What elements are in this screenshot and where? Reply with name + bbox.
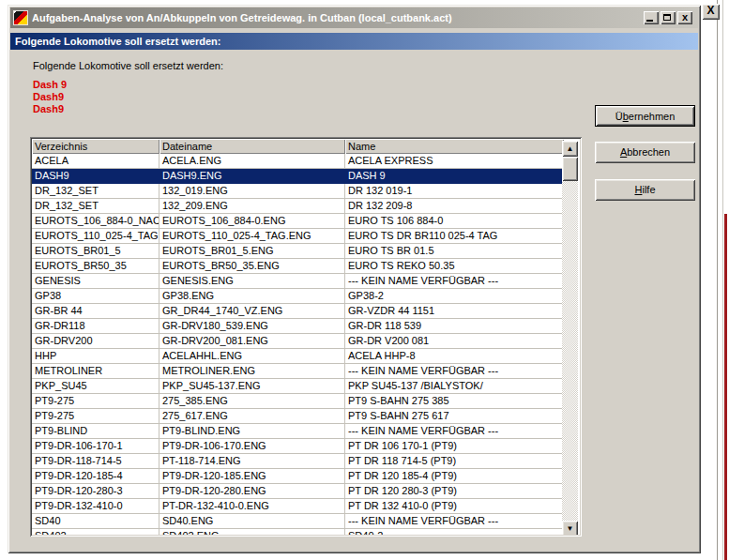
- table-row[interactable]: PT9-BLINDPT9-BLIND.ENG--- KEIN NAME VERF…: [32, 424, 564, 439]
- table-cell: EUROTS_BR50_35.ENG: [159, 259, 345, 274]
- hilfe-button[interactable]: Hilfe: [595, 179, 695, 201]
- parent-window-edge-line: [722, 0, 723, 560]
- vertical-scrollbar[interactable]: ▲ ▼: [562, 141, 578, 535]
- table-cell: GENESIS.ENG: [159, 274, 345, 289]
- table-cell: GR-DR V200 081: [345, 334, 564, 349]
- dialog-window: Aufgaben-Analyse von An/Abkuppeln von Ge…: [8, 5, 701, 553]
- table-cell: PT9 S-BAHN 275 385: [345, 394, 564, 409]
- table-cell: 275_617.ENG: [159, 409, 345, 424]
- table-cell: DR_132_SET: [32, 199, 159, 214]
- table-row[interactable]: SD402SD402.ENGSD40-2: [32, 529, 564, 535]
- instruction-banner-text: Folgende Lokomotive soll ersetzt werden:: [15, 36, 220, 47]
- table-cell: PT DR 106 170-1 (PT9): [345, 439, 564, 454]
- table-cell: 132_019.ENG: [159, 184, 345, 199]
- arrow-down-icon: ▼: [567, 524, 574, 533]
- parent-close-button[interactable]: X: [702, 4, 720, 20]
- table-cell: SD40.ENG: [159, 514, 345, 529]
- table-row[interactable]: DR_132_SET132_019.ENGDR 132 019-1: [32, 184, 564, 199]
- window-title: Aufgaben-Analyse von An/Abkuppeln von Ge…: [32, 12, 644, 23]
- table-cell: GP38.ENG: [159, 289, 345, 304]
- table-row[interactable]: PT9-DR-120-185-4PT9-DR-120-185.ENGPT DR …: [32, 469, 564, 484]
- column-header-verzeichnis[interactable]: Verzeichnis: [32, 139, 159, 154]
- table-cell: DASH 9: [345, 169, 564, 184]
- table-cell: GR-DRV180_539.ENG: [159, 319, 345, 334]
- table-row[interactable]: EUROTS_BR50_35EUROTS_BR50_35.ENGEURO TS …: [32, 259, 564, 274]
- table-cell: GENESIS: [32, 274, 159, 289]
- table-row[interactable]: GR-BR 44GR_DR44_1740_VZ.ENGGR-VZDR 44 11…: [32, 304, 564, 319]
- -bernehmen-button[interactable]: Übernehmen: [595, 105, 695, 127]
- table-row[interactable]: EUROTS_110_025-4_TAGEUROTS_110_025-4_TAG…: [32, 229, 564, 244]
- abbrechen-button[interactable]: Abbrechen: [595, 142, 695, 163]
- table-cell: PT DR 120 280-3 (PT9): [345, 484, 564, 499]
- table-cell: PT DR 118 714-5 (PT9): [345, 454, 564, 469]
- table-cell: PT9-BLIND.ENG: [159, 424, 345, 439]
- table-row[interactable]: GR-DR118GR-DRV180_539.ENGGR-DR 118 539: [32, 319, 564, 334]
- titlebar-buttons: x: [644, 11, 692, 24]
- close-button[interactable]: x: [677, 11, 692, 24]
- table-cell: PT DR 120 185-4 (PT9): [345, 469, 564, 484]
- table-cell: EURO TS REKO 50.35: [345, 259, 564, 274]
- table-cell: EUROTS_110_025-4_TAG.ENG: [159, 229, 345, 244]
- table-cell: GP38-2: [345, 289, 564, 304]
- table-cell: GR-DRV200_081.ENG: [159, 334, 345, 349]
- table-cell: 132_209.ENG: [159, 199, 345, 214]
- scrollbar-thumb[interactable]: [562, 157, 578, 181]
- parent-window-edge-shadow: [717, 0, 718, 560]
- table-cell: --- KEIN NAME VERFÜGBAR ---: [345, 514, 564, 529]
- table-row[interactable]: GENESISGENESIS.ENG--- KEIN NAME VERFÜGBA…: [32, 274, 564, 289]
- table-cell: PT9-DR-120-185-4: [32, 469, 159, 484]
- dialog-titlebar[interactable]: Aufgaben-Analyse von An/Abkuppeln von Ge…: [10, 8, 698, 28]
- table-cell: ACELA.ENG: [159, 154, 345, 169]
- scrollbar-down-button[interactable]: ▼: [562, 521, 578, 535]
- table-cell: --- KEIN NAME VERFÜGBAR ---: [345, 364, 564, 379]
- table-cell: EUROTS_106_884-0.ENG: [159, 214, 345, 229]
- scrollbar-up-button[interactable]: ▲: [562, 141, 578, 157]
- table-row[interactable]: EUROTS_BR01_5EUROTS_BR01_5.ENGEURO TS BR…: [32, 244, 564, 259]
- table-row[interactable]: HHPACELAHHL.ENGACELA HHP-8: [32, 349, 564, 364]
- table-row[interactable]: PT9-275275_385.ENGPT9 S-BAHN 275 385: [32, 394, 564, 409]
- table-row[interactable]: EUROTS_106_884-0_NACEUROTS_106_884-0.ENG…: [32, 214, 564, 229]
- table-cell: ACELA: [32, 154, 159, 169]
- table-row[interactable]: PT9-275275_617.ENGPT9 S-BAHN 275 617: [32, 409, 564, 424]
- table-header: Verzeichnis Dateiname Name: [32, 139, 564, 154]
- table-cell: PT9-DR-106-170-1: [32, 439, 159, 454]
- table-cell: EUROTS_BR50_35: [32, 259, 159, 274]
- table-cell: ACELAHHL.ENG: [159, 349, 345, 364]
- table-cell: --- KEIN NAME VERFÜGBAR ---: [345, 274, 564, 289]
- table-cell: SD402.ENG: [159, 529, 345, 535]
- table-cell: DR_132_SET: [32, 184, 159, 199]
- locomotive-names-to-replace: Dash 9Dash9Dash9: [33, 79, 67, 115]
- table-cell: PT9-DR-120-185.ENG: [159, 469, 345, 484]
- close-icon: x: [677, 11, 692, 24]
- maximize-button[interactable]: [661, 11, 676, 24]
- table-row[interactable]: GR-DRV200GR-DRV200_081.ENGGR-DR V200 081: [32, 334, 564, 349]
- table-cell: GR_DR44_1740_VZ.ENG: [159, 304, 345, 319]
- table-row[interactable]: DASH9DASH9.ENGDASH 9: [32, 169, 564, 184]
- table-row[interactable]: PT9-DR-120-280-3PT9-DR-120-280.ENGPT DR …: [32, 484, 564, 499]
- table-row[interactable]: ACELAACELA.ENGACELA EXPRESS: [32, 154, 564, 169]
- table-row[interactable]: DR_132_SET132_209.ENGDR 132 209-8: [32, 199, 564, 214]
- close-icon: X: [706, 4, 714, 17]
- table-cell: GR-BR 44: [32, 304, 159, 319]
- table-row[interactable]: PT9-DR-132-410-0PT-DR-132-410-0.ENGPT DR…: [32, 499, 564, 514]
- column-header-name[interactable]: Name: [345, 139, 564, 154]
- table-cell: EURO TS BR 01.5: [345, 244, 564, 259]
- instruction-banner: Folgende Lokomotive soll ersetzt werden:: [10, 33, 698, 50]
- table-cell: ACELA EXPRESS: [345, 154, 564, 169]
- table-row[interactable]: PKP_SU45PKP_SU45-137.ENGPKP SU45-137 /BI…: [32, 379, 564, 394]
- column-header-dateiname[interactable]: Dateiname: [159, 139, 345, 154]
- table-cell: PT-118-714.ENG: [159, 454, 345, 469]
- table-row[interactable]: GP38GP38.ENGGP38-2: [32, 289, 564, 304]
- table-row[interactable]: PT9-DR-118-714-5PT-118-714.ENGPT DR 118 …: [32, 454, 564, 469]
- instruction-label: Folgende Lokomotive soll ersetzt werden:: [33, 60, 223, 71]
- table-cell: PT9-275: [32, 409, 159, 424]
- table-row[interactable]: PT9-DR-106-170-1PT9-DR-106-170.ENGPT DR …: [32, 439, 564, 454]
- minimize-button[interactable]: [644, 11, 659, 24]
- table-row[interactable]: SD40SD40.ENG--- KEIN NAME VERFÜGBAR ---: [32, 514, 564, 529]
- table-cell: ACELA HHP-8: [345, 349, 564, 364]
- table-cell: METROLINER: [32, 364, 159, 379]
- table-row[interactable]: METROLINERMETROLINER.ENG--- KEIN NAME VE…: [32, 364, 564, 379]
- table-cell: EURO TS 106 884-0: [345, 214, 564, 229]
- table-cell: DASH9.ENG: [159, 169, 345, 184]
- table-cell: EURO TS DR BR110 025-4 TAG: [345, 229, 564, 244]
